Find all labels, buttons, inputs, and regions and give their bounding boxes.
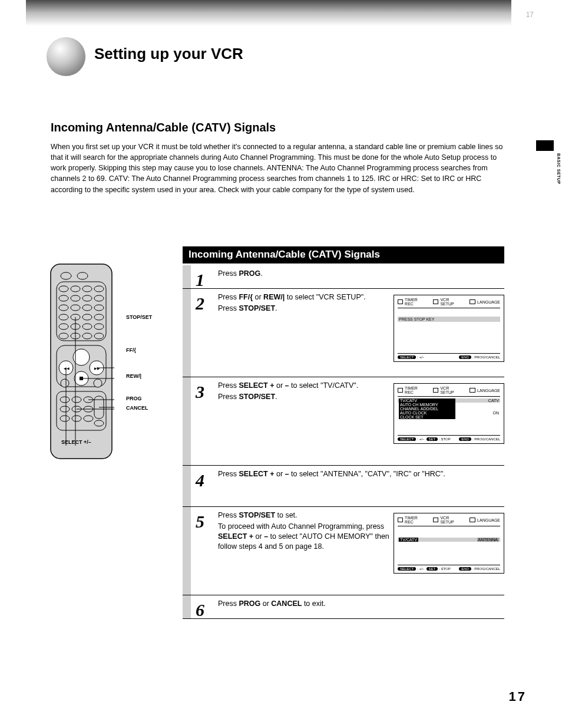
svg-point-28 <box>94 333 104 339</box>
header-page-indicator: 17 <box>526 11 534 19</box>
step-text: Press SELECT + or – to select "ANTENNA",… <box>218 469 501 479</box>
remote-label-rew: REW/| <box>126 374 141 379</box>
svg-point-6 <box>71 286 80 292</box>
svg-point-48 <box>72 416 81 421</box>
top-gradient-bar <box>26 0 511 26</box>
step-number: 6 <box>196 600 204 620</box>
svg-point-10 <box>71 295 80 301</box>
section-title: Incoming Antenna/Cable (CATV) Signals <box>51 121 276 134</box>
svg-text:▶▶: ▶▶ <box>94 367 100 370</box>
svg-point-35 <box>94 379 102 387</box>
svg-point-3 <box>77 272 88 279</box>
svg-point-8 <box>94 286 104 292</box>
step-number: 2 <box>196 294 204 314</box>
svg-point-34 <box>61 379 69 387</box>
svg-point-21 <box>59 324 68 330</box>
remote-label-stop-set: STOP/SET <box>126 315 152 320</box>
remote-label-cancel: CANCEL <box>126 406 148 411</box>
sphere-bullet-icon <box>45 35 87 78</box>
step-row: 3 Press SELECT + or – to select "TV/CATV… <box>183 377 504 466</box>
step-row: 4 Press SELECT + or – to select "ANTENNA… <box>183 466 504 507</box>
step-row: 1 Press PROG. <box>183 265 504 289</box>
osd-screen-single: TIMER REC VCR SETUP LANGUAGE TV/CATVANTE… <box>394 513 504 574</box>
svg-point-17 <box>59 314 68 320</box>
svg-point-25 <box>59 333 68 339</box>
svg-point-27 <box>82 333 92 339</box>
step-number: 3 <box>196 382 204 402</box>
svg-point-44 <box>60 406 70 412</box>
svg-point-49 <box>84 416 93 421</box>
page-number: 17 <box>509 689 527 704</box>
remote-label-ff: FF/{ <box>126 348 136 353</box>
osd-screen-top: TIMER REC VCR SETUP LANGUAGE PRESS STOP … <box>394 295 504 362</box>
svg-point-47 <box>60 416 70 421</box>
remote-icon: ◀◀ ▶▶ <box>48 263 114 461</box>
step-row: 6 Press PROG or CANCEL to exit. <box>183 595 504 619</box>
step-subtext: Press STOP/SET. <box>218 304 395 314</box>
osd-screen-list: TIMER REC VCR SETUP LANGUAGE TV/CATVCATV… <box>394 383 504 444</box>
svg-point-14 <box>71 305 80 311</box>
svg-point-50 <box>94 420 104 426</box>
svg-point-7 <box>82 286 92 292</box>
svg-point-9 <box>59 295 68 301</box>
svg-text:◀◀: ◀◀ <box>64 367 70 370</box>
svg-point-40 <box>60 397 70 403</box>
svg-point-15 <box>82 305 92 311</box>
svg-point-2 <box>61 272 71 279</box>
svg-point-24 <box>94 324 104 330</box>
step-row: 2 Press FF/{ or REW/| to select "VCR SET… <box>183 289 504 377</box>
svg-point-13 <box>59 305 68 311</box>
remote-label-select: SELECT +/– <box>61 440 91 445</box>
step-text: Press STOP/SET to set. <box>218 510 395 521</box>
step-subtext: To proceed with Auto Channel Programming… <box>218 522 395 552</box>
step-subtext: Press STOP/SET. <box>218 392 395 402</box>
procedure-header: Incoming Antenna/Cable (CATV) Signals <box>183 246 504 263</box>
svg-point-5 <box>59 286 68 292</box>
svg-point-0 <box>47 37 85 76</box>
step-number: 1 <box>196 270 204 290</box>
side-tab-label: BASIC SETUP <box>551 153 561 185</box>
chapter-title: Setting up your VCR <box>94 45 243 63</box>
remote-label-prog: PROG <box>126 396 142 401</box>
svg-point-20 <box>94 314 104 320</box>
intro-paragraph: When you first set up your VCR it must b… <box>51 141 504 195</box>
remote-control-diagram: ◀◀ ▶▶ STOP/SET FF/{ REW/| PROG CANCEL SE… <box>48 263 174 461</box>
svg-point-23 <box>82 324 92 330</box>
svg-point-12 <box>94 295 104 301</box>
step-number: 5 <box>196 512 204 532</box>
svg-point-41 <box>72 397 81 403</box>
svg-point-16 <box>94 305 104 311</box>
step-row: 5 Press STOP/SET to set. To proceed with… <box>183 507 504 595</box>
svg-point-19 <box>82 314 92 320</box>
side-tab-marker <box>536 140 554 151</box>
step-text: Press FF/{ or REW/| to select "VCR SETUP… <box>218 292 395 302</box>
step-text: Press PROG or CANCEL to exit. <box>218 599 501 609</box>
step-number: 4 <box>196 470 204 490</box>
step-text: Press SELECT + or – to select "TV/CATV". <box>218 381 395 391</box>
steps-column: 1 Press PROG. 2 Press FF/{ or REW/| to s… <box>183 265 504 619</box>
step-text: Press PROG. <box>218 269 501 279</box>
svg-point-11 <box>82 295 92 301</box>
